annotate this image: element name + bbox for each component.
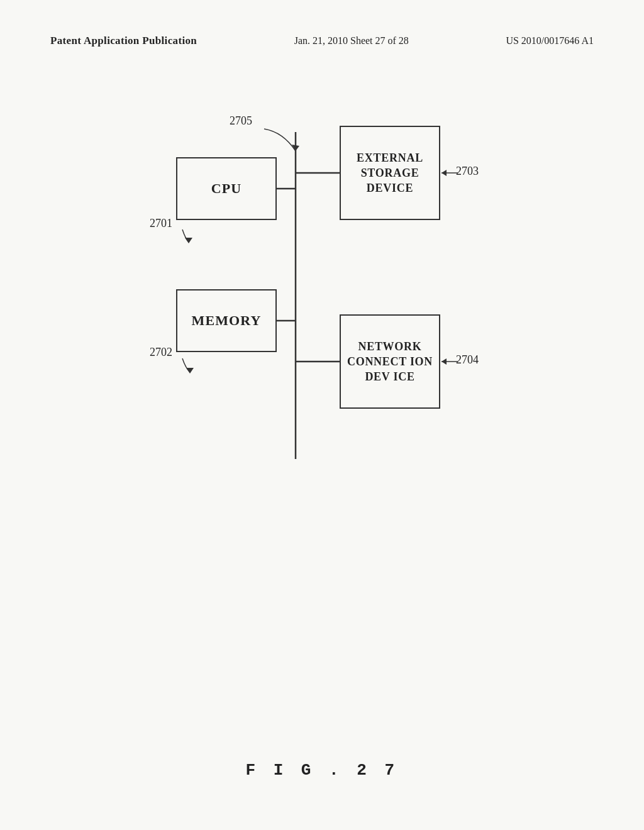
network-box: NETWORKCONNECT IONDEV ICE [340, 314, 440, 409]
memory-label: MEMORY [192, 313, 262, 329]
page: Patent Application Publication Jan. 21, … [0, 0, 644, 830]
ext-storage-label: EXTERNALSTORAGEDEVICE [357, 150, 423, 196]
ext-storage-box: EXTERNALSTORAGEDEVICE [340, 126, 440, 220]
header: Patent Application Publication Jan. 21, … [50, 35, 594, 47]
svg-marker-6 [185, 238, 192, 243]
diagram-area: 2705 CPU 2701 MEMORY 2702 EXTERNALSTORAG… [50, 94, 594, 484]
header-patent-number: US 2010/0017646 A1 [506, 35, 594, 47]
figure-caption: F I G . 2 7 [0, 761, 644, 780]
network-label: NETWORKCONNECT IONDEV ICE [347, 339, 433, 385]
ref-label-2705: 2705 [230, 114, 252, 128]
header-publication-label: Patent Application Publication [50, 35, 197, 47]
svg-marker-8 [441, 170, 447, 176]
diagram-svg [50, 94, 522, 472]
ref-label-2701: 2701 [150, 217, 172, 230]
ref-label-2703: 2703 [456, 165, 479, 178]
memory-box: MEMORY [176, 289, 277, 352]
svg-marker-5 [292, 145, 299, 151]
cpu-box: CPU [176, 157, 277, 220]
ref-label-2702: 2702 [150, 346, 172, 359]
header-date-sheet: Jan. 21, 2010 Sheet 27 of 28 [294, 35, 409, 47]
ref-label-2704: 2704 [456, 353, 479, 367]
svg-marker-9 [441, 358, 447, 365]
cpu-label: CPU [211, 180, 242, 197]
svg-marker-7 [186, 368, 194, 374]
